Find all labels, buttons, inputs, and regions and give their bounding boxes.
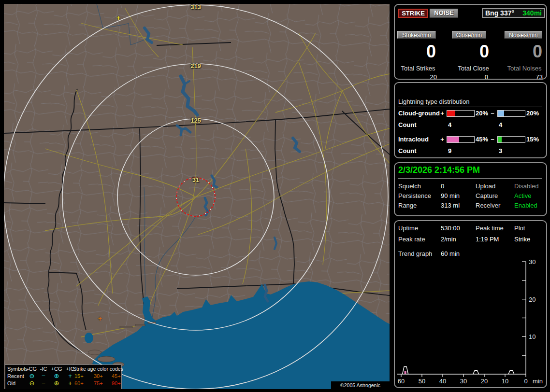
intracloud-label: Intracloud — [398, 136, 429, 143]
persistence-label: Persistence — [398, 192, 431, 199]
svg-text:20: 20 — [481, 378, 488, 385]
svg-text:10: 10 — [529, 333, 536, 340]
ic-negative-pct: 15% — [526, 136, 539, 143]
bearing-display: Bng 337° 340mi — [482, 8, 545, 18]
svg-text:min: min — [533, 378, 543, 385]
pos-cg-old-icon: ⊕ — [50, 380, 63, 386]
svg-text:40: 40 — [439, 378, 446, 385]
age-15: 15+ — [74, 373, 84, 379]
age-30: 30+ — [94, 373, 103, 379]
legend-row-old-label: Old — [7, 380, 15, 386]
copyright-text: ©2005 Astrogenic Systems — [331, 381, 390, 389]
ic-positive-count: 9 — [448, 147, 451, 154]
distribution-panel: Lightning type distribution Cloud-ground… — [394, 82, 547, 158]
noises-rate-value: 0 — [505, 42, 542, 62]
status-panel: 2/3/2026 2:14:56 PM Squelch 0 Upload Dis… — [394, 162, 547, 216]
plus-sign: + — [439, 110, 445, 117]
total-close-label: Total Close — [457, 65, 490, 72]
plus-sign: + — [439, 136, 445, 143]
strike-button[interactable]: STRIKE — [398, 9, 428, 18]
age-60: 60+ — [74, 380, 84, 386]
bearing-distance: 340mi — [522, 9, 542, 17]
minus-sign: − — [490, 136, 495, 143]
persistence-value: 90 min — [441, 192, 460, 199]
upload-status: Disabled — [514, 182, 539, 190]
trend-panel: Uptime 530:00 Peak time Plot Peak rate 2… — [394, 220, 547, 388]
total-noises-value: 73 — [507, 73, 543, 81]
receiver-label: Receiver — [476, 202, 500, 209]
legend-col-ncg: -CG — [26, 366, 38, 372]
svg-text:60: 60 — [398, 378, 405, 385]
ring-label-219: 219 — [190, 62, 201, 70]
app-window: 313 219 125 31 ++ Symbols -CG -IC +CG +I… — [0, 0, 550, 392]
ring-label-125: 125 — [190, 117, 201, 124]
counters-panel: STRIKE NOISE Bng 337° 340mi Strikes/min … — [394, 4, 547, 80]
legend-symbols-header: Symbols — [7, 366, 28, 372]
cg-negative-pct: 20% — [526, 110, 539, 117]
cg-negative-bar — [497, 110, 525, 117]
cg-positive-count: 4 — [448, 121, 451, 128]
strikes-per-min-chip[interactable]: Strikes/min — [397, 31, 436, 39]
neg-ic-old-icon: − — [38, 380, 49, 386]
receiver-status: Enabled — [514, 202, 537, 209]
ic-negative-bar — [497, 136, 525, 143]
legend-col-pcg: +CG — [50, 366, 63, 372]
map-svg — [4, 4, 390, 389]
upload-label: Upload — [476, 182, 495, 190]
noise-button[interactable]: NOISE — [430, 9, 458, 18]
strike-symbol: + — [98, 314, 102, 322]
count-label: Count — [398, 147, 417, 154]
total-close-value: 0 — [458, 73, 488, 81]
bearing-value: Bng 337° — [485, 9, 514, 17]
ic-positive-pct: 45% — [476, 136, 488, 143]
close-per-min-chip[interactable]: Close/min — [452, 31, 486, 39]
noises-per-min-chip[interactable]: Noises/min — [505, 31, 542, 39]
cg-positive-bar — [447, 110, 475, 117]
minus-sign: − — [490, 110, 495, 117]
age-90: 90+ — [112, 380, 121, 386]
svg-text:50: 50 — [419, 378, 425, 385]
legend-col-nic: -IC — [38, 366, 49, 372]
close-rate-value: 0 — [452, 42, 489, 62]
age-75: 75+ — [94, 380, 103, 386]
total-strikes-label: Total Strikes — [399, 65, 437, 72]
neg-ic-recent-icon: − — [38, 373, 49, 378]
legend-age-header: Strike age color codes — [73, 366, 123, 372]
range-value: 313 mi — [441, 202, 460, 209]
distribution-title: Lightning type distribution — [398, 98, 542, 107]
ring-label-31: 31 — [192, 176, 199, 183]
neg-cg-recent-icon: ⊖ — [26, 373, 38, 378]
count-label: Count — [398, 121, 417, 128]
strikes-rate-value: 0 — [397, 42, 436, 62]
svg-text:30: 30 — [460, 378, 467, 385]
datetime-display: 2/3/2026 2:14:56 PM — [398, 165, 542, 179]
map-legend: Symbols -CG -IC +CG +IC Strike age color… — [5, 364, 122, 389]
age-45: 45+ — [112, 373, 121, 379]
total-noises-label: Total Noises — [506, 65, 543, 72]
ring-label-313: 313 — [190, 4, 201, 11]
capture-label: Capture — [476, 192, 498, 199]
cg-negative-count: 4 — [499, 121, 502, 128]
svg-text:30: 30 — [529, 258, 536, 266]
ic-negative-count: 3 — [499, 147, 502, 154]
ic-positive-bar — [447, 136, 475, 143]
total-strikes-value: 20 — [400, 73, 437, 81]
neg-cg-old-icon: ⊖ — [26, 380, 38, 386]
pos-cg-recent-icon: ⊕ — [50, 373, 63, 378]
svg-text:20: 20 — [529, 296, 536, 303]
svg-text:10: 10 — [502, 378, 508, 385]
squelch-label: Squelch — [398, 182, 421, 190]
strike-symbol: + — [116, 14, 121, 22]
cloud-ground-label: Cloud-ground — [398, 110, 440, 117]
range-label: Range — [398, 202, 417, 209]
map-panel[interactable]: 313 219 125 31 ++ Symbols -CG -IC +CG +I… — [4, 4, 390, 389]
capture-status: Active — [514, 192, 531, 199]
cg-positive-pct: 20% — [476, 110, 488, 117]
svg-text:0: 0 — [524, 378, 527, 385]
trend-graph: 1020306050403020100min — [395, 221, 546, 387]
squelch-value: 0 — [441, 182, 444, 190]
legend-row-recent-label: Recent — [7, 373, 24, 379]
